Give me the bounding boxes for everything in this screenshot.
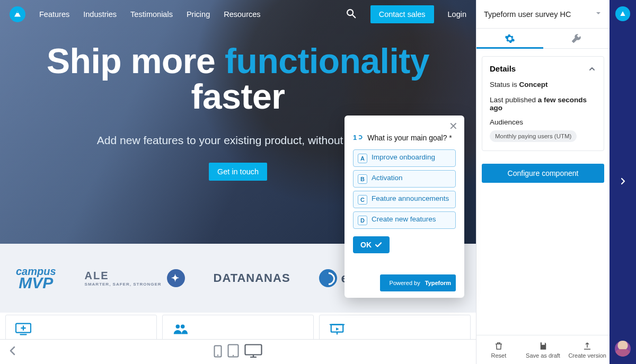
trash-icon: [494, 341, 504, 351]
details-card: Details Status is Concept Last published…: [482, 56, 604, 151]
epiphan-icon: [319, 269, 337, 287]
device-mobile-icon[interactable]: [214, 345, 222, 360]
option-label: Create new features: [372, 215, 436, 224]
chevron-up-icon: [588, 65, 596, 73]
nav-link-testimonials[interactable]: Testimonials: [130, 10, 173, 19]
audiences-label: Audiences: [490, 118, 596, 126]
user-avatar[interactable]: [615, 341, 631, 357]
published-row: Last published a few seconds ago: [490, 96, 596, 112]
feature-cards-row: [0, 313, 476, 339]
question-text: What is your main goal? *: [367, 134, 452, 142]
mountain-icon: [619, 10, 627, 18]
nav-link-industries[interactable]: Industries: [83, 10, 117, 19]
option-key: C: [358, 195, 367, 205]
panel-tabs: [476, 29, 610, 49]
feature-card-3[interactable]: [319, 315, 471, 339]
tab-settings[interactable]: [476, 29, 543, 48]
feature-card-1[interactable]: [5, 315, 157, 339]
back-button[interactable]: [7, 345, 18, 358]
ale-badge-icon: ✦: [167, 269, 185, 287]
inspector-panel: Typeform user survey HC Details Status i…: [476, 0, 610, 364]
search-icon[interactable]: [345, 7, 357, 21]
close-icon[interactable]: ✕: [449, 121, 458, 131]
panel-actions: Reset Save as draft Create version: [476, 335, 610, 364]
survey-option-b[interactable]: BActivation: [353, 170, 456, 188]
app-logo[interactable]: [615, 6, 630, 21]
svg-line-2: [352, 15, 355, 17]
tab-tools[interactable]: [543, 29, 610, 48]
typeform-survey-popup: ✕ 1 What is your main goal? * AImprove o…: [344, 116, 464, 298]
survey-option-a[interactable]: AImprove onboarding: [353, 149, 456, 167]
question-number: 1: [353, 134, 363, 142]
svg-point-5: [181, 325, 185, 329]
preview-area: Features Industries Testimonials Pricing…: [0, 0, 476, 364]
option-key: A: [358, 154, 367, 163]
nav-link-features[interactable]: Features: [39, 10, 69, 19]
nav-link-resources[interactable]: Resources: [224, 10, 260, 19]
login-link[interactable]: Login: [448, 10, 466, 19]
nav-link-pricing[interactable]: Pricing: [187, 10, 210, 19]
audience-chip[interactable]: Monthly paying users (UTM): [490, 130, 577, 142]
option-label: Improve onboarding: [372, 153, 435, 162]
configure-component-button[interactable]: Configure component: [482, 164, 604, 183]
reset-button[interactable]: Reset: [476, 335, 521, 364]
option-key: B: [358, 174, 367, 184]
brand-logo[interactable]: [10, 6, 25, 22]
hero-heading: Ship more functionality faster: [0, 43, 476, 115]
save-icon: [538, 341, 548, 351]
status-row: Status is Concept: [490, 81, 596, 88]
gear-icon: [505, 33, 515, 44]
app-rail: [610, 0, 636, 364]
site-nav: Features Industries Testimonials Pricing…: [0, 0, 476, 29]
contact-sales-button[interactable]: Contact sales: [370, 5, 434, 23]
option-label: Feature announcements: [372, 194, 449, 203]
save-draft-button[interactable]: Save as draft: [521, 335, 566, 364]
details-toggle[interactable]: Details: [490, 64, 596, 73]
device-switcher: [214, 344, 262, 360]
svg-point-10: [233, 355, 234, 356]
component-title: Typeform user survey HC: [484, 10, 590, 19]
expand-rail-button[interactable]: [619, 177, 626, 187]
client-campusmvp: campusMVP: [16, 267, 56, 290]
powered-by-badge[interactable]: Powered by Typeform: [353, 274, 456, 291]
wrench-icon: [571, 33, 581, 44]
svg-point-8: [217, 354, 218, 356]
preview-toolbar: [0, 339, 476, 364]
survey-option-d[interactable]: DCreate new features: [353, 211, 456, 229]
option-label: Activation: [372, 174, 403, 183]
component-selector[interactable]: Typeform user survey HC: [476, 0, 610, 29]
ok-button[interactable]: OK: [353, 236, 390, 253]
feature-card-2[interactable]: [162, 315, 314, 339]
create-version-button[interactable]: Create version: [565, 335, 610, 364]
device-desktop-icon[interactable]: [244, 344, 262, 360]
option-key: D: [358, 216, 367, 225]
mountain-icon: [13, 10, 22, 19]
screen-plus-icon: [15, 323, 31, 335]
users-icon: [172, 323, 188, 335]
device-tablet-icon[interactable]: [227, 344, 239, 360]
get-in-touch-button[interactable]: Get in touch: [209, 163, 267, 181]
dropdown-icon[interactable]: [595, 10, 602, 19]
upload-icon: [582, 341, 592, 351]
survey-option-c[interactable]: CFeature announcements: [353, 191, 456, 208]
presentation-icon: [329, 323, 345, 335]
svg-point-4: [176, 325, 180, 329]
client-ale: ALE SMARTER, SAFER, STRONGER ✦: [85, 269, 185, 287]
svg-point-0: [17, 12, 19, 13]
check-icon: [375, 241, 382, 248]
svg-rect-11: [245, 345, 262, 355]
client-datananas: DATANANAS: [214, 271, 290, 285]
